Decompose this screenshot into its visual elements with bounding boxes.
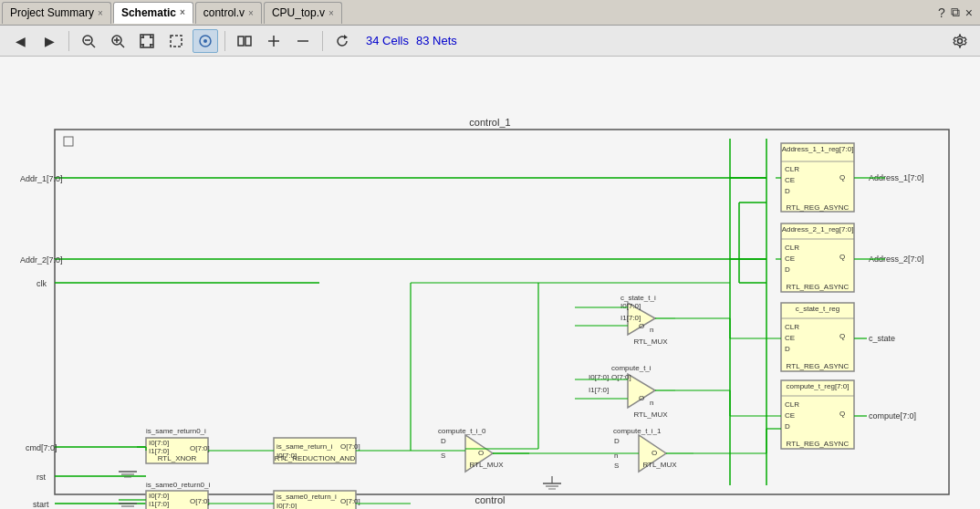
svg-text:Q: Q [839,173,845,182]
svg-text:O: O [478,449,484,457]
svg-rect-20 [245,36,251,46]
svg-text:is_same_return0_i: is_same_return0_i [146,427,206,435]
toolbar-sep-3 [322,31,323,51]
svg-text:Address_1_1_reg[7:0]: Address_1_1_reg[7:0] [782,145,854,153]
svg-text:compute_t_i_1: compute_t_i_1 [613,427,662,435]
toolbar-sep-2 [224,31,225,51]
svg-text:D: D [785,187,790,195]
svg-line-2 [91,44,95,47]
help-icon[interactable]: ? [938,5,945,20]
toolbar-right [944,29,973,53]
svg-rect-16 [171,36,182,47]
svg-text:RTL_XNOR: RTL_XNOR [158,454,197,462]
svg-text:cmd[7:0]: cmd[7:0] [26,443,57,452]
tab-label-cpu-top-v: CPU_top.v [272,6,325,19]
svg-text:Q: Q [839,410,845,418]
svg-text:O: O [639,394,644,402]
svg-text:O[7:0]: O[7:0] [340,442,360,451]
maximize-icon[interactable]: ⧉ [951,5,960,20]
svg-text:n: n [650,399,653,407]
svg-line-6 [120,44,124,47]
svg-text:I1[7:0]: I1[7:0] [620,314,641,322]
svg-text:c_state_t_i: c_state_t_i [620,294,656,302]
plus-button[interactable] [261,29,287,53]
svg-text:Addr_1[7:0]: Addr_1[7:0] [20,174,63,183]
close-window-icon[interactable]: × [965,5,973,20]
svg-text:I0[7:0]: I0[7:0] [589,373,609,381]
svg-text:I1[7:0]: I1[7:0] [149,500,169,508]
svg-text:control_1: control_1 [469,117,510,128]
schematic-canvas[interactable]: control_1 control Addr_1[7:0] Addr_2[7:0… [0,57,980,509]
svg-text:CLR: CLR [785,165,799,173]
svg-text:start: start [33,500,49,509]
svg-text:compute_t_reg[7:0]: compute_t_reg[7:0] [787,382,850,390]
svg-text:RTL_REDUCTION_AND: RTL_REDUCTION_AND [275,454,356,462]
svg-point-18 [203,39,207,43]
svg-text:O: O [652,449,657,457]
tab-project-summary[interactable]: Project Summary × [2,2,111,24]
tab-close-schematic[interactable]: × [180,7,185,17]
svg-text:CLR: CLR [785,323,799,331]
tab-schematic[interactable]: Schematic × [113,2,193,24]
svg-text:Address_2_1_reg[7:0]: Address_2_1_reg[7:0] [782,225,854,234]
svg-text:compute[7:0]: compute[7:0] [869,411,916,421]
tab-control-v[interactable]: control.v × [195,2,262,24]
forward-button[interactable]: ▶ [36,29,62,53]
route-button[interactable] [193,29,218,53]
back-button[interactable]: ◀ [7,29,33,53]
svg-text:is_same_return_i: is_same_return_i [276,442,333,451]
tab-label-schematic: Schematic [121,6,176,19]
toolbar-sep-1 [68,31,69,51]
refresh-button[interactable] [329,29,355,53]
svg-text:Q: Q [839,253,845,261]
svg-text:RTL_REG_ASYNC: RTL_REG_ASYNC [787,362,850,370]
select-button[interactable] [163,29,189,53]
svg-text:RTL_MUX: RTL_MUX [633,410,668,419]
svg-text:RTL_REG_ASYNC: RTL_REG_ASYNC [787,203,850,212]
svg-text:n: n [650,326,653,334]
svg-text:Addr_2[7:0]: Addr_2[7:0] [20,255,63,265]
svg-text:c_state: c_state [869,334,895,343]
svg-text:D: D [614,437,620,445]
svg-text:S: S [441,452,445,460]
svg-text:S: S [614,462,619,470]
svg-text:c_state_t_reg: c_state_t_reg [796,305,839,313]
svg-rect-7 [141,35,153,47]
svg-text:compute_t_i: compute_t_i [611,364,652,372]
nets-stat: 83 Nets [416,34,457,47]
settings-button[interactable] [947,29,973,53]
svg-text:O[7:0]: O[7:0] [190,444,210,452]
split-button[interactable] [232,29,257,53]
svg-text:CE: CE [785,254,795,263]
fit-button[interactable] [134,29,160,53]
minus-button[interactable] [290,29,316,53]
svg-text:O: O [639,322,644,330]
svg-text:RTL_REG_ASYNC: RTL_REG_ASYNC [787,283,850,291]
svg-text:clk: clk [36,279,47,288]
svg-text:compute_t_i_0: compute_t_i_0 [438,427,486,435]
zoom-out-button[interactable] [76,29,101,53]
tab-bar: Project Summary × Schematic × control.v … [0,0,980,26]
toolbar: ◀ ▶ 34 Cells 83 Nets [0,26,980,57]
svg-rect-19 [238,36,244,46]
svg-text:control: control [474,494,505,505]
svg-text:O[7:0]: O[7:0] [190,497,210,505]
svg-text:RTL_MUX: RTL_MUX [633,338,668,346]
tab-close-cpu-top-v[interactable]: × [328,8,334,18]
schematic-svg: control_1 control Addr_1[7:0] Addr_2[7:0… [0,57,980,509]
svg-text:O[7:0]: O[7:0] [340,497,360,505]
svg-text:I0[7:0]: I0[7:0] [149,439,169,447]
svg-point-25 [958,38,963,43]
svg-text:CE: CE [785,411,795,420]
tab-close-control-v[interactable]: × [248,8,254,18]
tab-label-control-v: control.v [203,6,245,19]
svg-text:D: D [441,437,446,445]
svg-text:I1[7:0]: I1[7:0] [589,386,609,394]
svg-text:CLR: CLR [785,400,799,409]
tab-close-project-summary[interactable]: × [98,8,103,18]
tab-cpu-top-v[interactable]: CPU_top.v × [264,2,342,24]
svg-text:D: D [785,345,790,353]
svg-text:RTL_MUX: RTL_MUX [469,461,504,469]
svg-text:I0[7:0]: I0[7:0] [149,492,169,500]
zoom-in-button[interactable] [105,29,130,53]
